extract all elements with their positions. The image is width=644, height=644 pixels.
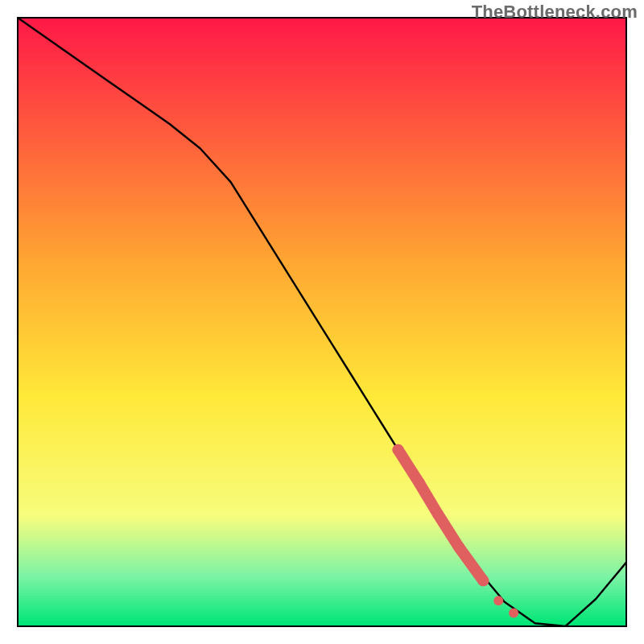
gradient-background [18, 18, 626, 627]
highlight-dot [393, 444, 404, 456]
chart-stage: TheBottleneck.com [0, 0, 644, 644]
highlight-dot [509, 608, 518, 617]
highlight-dot [453, 542, 464, 553]
highlight-dot [414, 477, 425, 489]
highlight-dot [493, 596, 503, 605]
highlight-dot [432, 508, 444, 519]
watermark-label: TheBottleneck.com [472, 2, 638, 23]
highlight-dot [477, 575, 489, 586]
chart-svg [0, 0, 644, 644]
